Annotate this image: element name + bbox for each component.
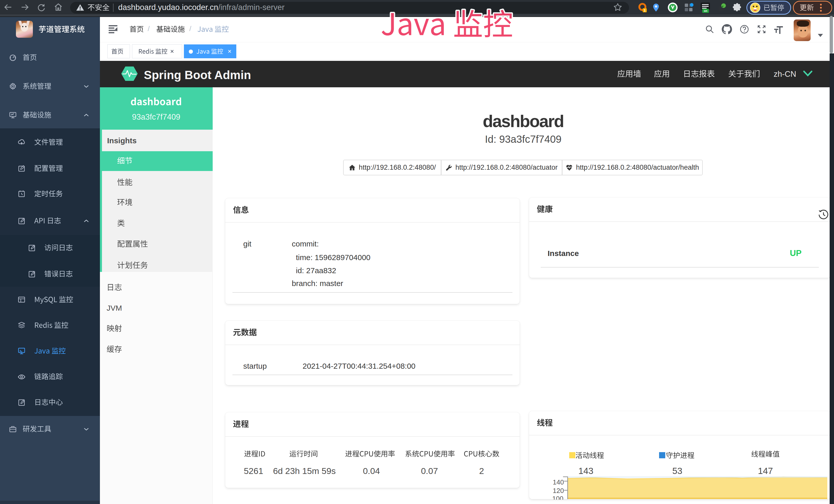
svg-text:1: 1 [644, 8, 645, 12]
svg-text:on: on [704, 9, 707, 12]
